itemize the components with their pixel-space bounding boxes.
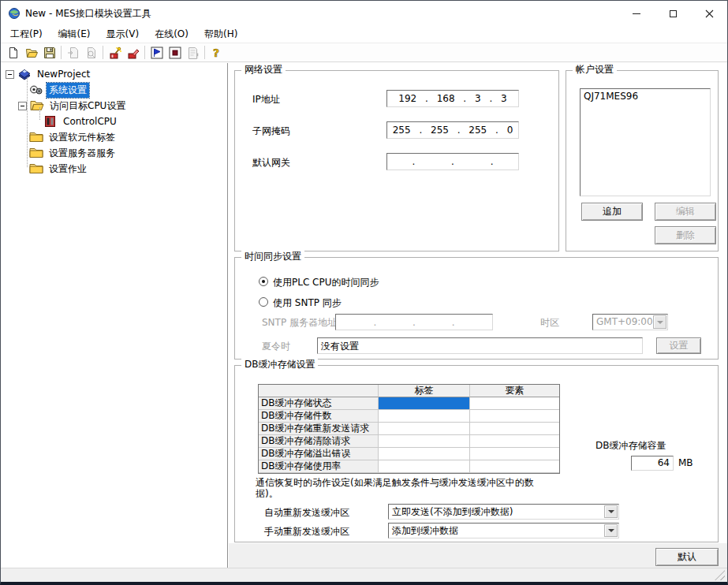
dropdown-button[interactable] xyxy=(604,505,618,518)
header-cell xyxy=(259,385,379,397)
dropdown-button[interactable] xyxy=(604,524,618,537)
table-row: DB缓冲存储状态 xyxy=(259,397,559,410)
toolbar-separator xyxy=(61,46,62,59)
element-cell[interactable] xyxy=(470,435,559,448)
new-project-button[interactable] xyxy=(4,44,22,61)
write-to-module-icon xyxy=(109,47,121,59)
folder-icon xyxy=(29,163,43,174)
account-list-item[interactable]: QJ71MES96 xyxy=(584,91,707,102)
tag-cell[interactable] xyxy=(379,423,470,435)
toolbar-separator xyxy=(144,46,145,59)
tree-item-controlcpu[interactable]: ControlCPU xyxy=(1,114,227,129)
manual-resend-dropdown[interactable]: 添加到缓冲数据 xyxy=(388,523,619,538)
timezone-dropdown[interactable]: GMT+09:00 xyxy=(592,314,668,330)
module-diagnostics-button[interactable] xyxy=(184,44,202,61)
help-button[interactable]: ? xyxy=(207,44,226,61)
tree-connector xyxy=(39,107,40,120)
group-title: DB缓冲存储设置 xyxy=(241,359,318,370)
sntp-server-field[interactable]: . . . xyxy=(335,314,493,330)
tag-cell[interactable] xyxy=(379,460,470,473)
toolbar-separator xyxy=(204,46,205,59)
tag-cell[interactable] xyxy=(379,435,470,448)
sntp-server-label: SNTP 服务器地址 xyxy=(262,316,337,330)
row-label: DB缓冲存储溢出错误 xyxy=(259,448,379,460)
tag-cell-selected[interactable] xyxy=(379,397,470,410)
plc-time-sync-radio[interactable] xyxy=(259,277,268,286)
online-start-button[interactable] xyxy=(147,44,166,61)
window-title: New - MES接口模块设置工具 xyxy=(25,7,151,20)
recovery-note-line1: 通信恢复时的动作设定(如果满足触发条件与缓冲发送缓冲区中的数 xyxy=(256,477,534,488)
dropdown-button[interactable] xyxy=(653,315,666,329)
group-title: 帐户设置 xyxy=(573,64,617,75)
online-stop-button[interactable] xyxy=(166,44,184,61)
account-edit-button[interactable]: 编辑 xyxy=(655,203,716,221)
folder-icon xyxy=(29,147,43,158)
element-cell[interactable] xyxy=(470,423,559,435)
default-gateway-field[interactable]: . . . xyxy=(386,153,519,170)
dst-set-button[interactable]: 设置 xyxy=(656,337,701,354)
menu-help[interactable]: 帮助(H) xyxy=(196,26,245,43)
online-stop-icon xyxy=(169,47,181,59)
tree-item-server-services[interactable]: 设置服务器服务 xyxy=(1,145,227,161)
ip-address-field[interactable]: 192 . 168 . 3 . 3 xyxy=(386,90,519,107)
db-capacity-field[interactable]: 64 xyxy=(631,456,674,471)
tree-item-label[interactable]: ControlCPU xyxy=(61,115,119,128)
network-settings-group: 网络设置 IP地址 192 . 168 . 3 . 3 子网掩码 255 . 2… xyxy=(234,70,559,252)
account-add-button[interactable]: 追加 xyxy=(581,203,643,221)
menu-project[interactable]: 工程(P) xyxy=(2,26,50,43)
default-button[interactable]: 默认 xyxy=(655,548,719,566)
project-icon xyxy=(17,68,32,80)
element-cell[interactable] xyxy=(470,397,559,410)
open-folder-icon xyxy=(30,100,44,111)
resize-grip-icon[interactable] xyxy=(715,570,725,580)
new-project-icon xyxy=(7,47,20,59)
element-cell[interactable] xyxy=(470,448,559,460)
sntp-sync-label: 使用 SNTP 同步 xyxy=(273,296,342,310)
titlebar[interactable]: New - MES接口模块设置工具 xyxy=(1,1,727,26)
db-capacity-unit: MB xyxy=(678,457,693,468)
write-to-module-button[interactable] xyxy=(106,44,124,61)
close-button[interactable] xyxy=(691,1,727,26)
settings-form: 网络设置 IP地址 192 . 168 . 3 . 3 子网掩码 255 . 2… xyxy=(229,63,728,543)
auto-resend-label: 自动重新发送缓冲区 xyxy=(264,506,349,520)
tag-cell[interactable] xyxy=(379,448,470,460)
menu-edit[interactable]: 编辑(E) xyxy=(50,26,99,43)
maximize-button[interactable] xyxy=(655,1,691,26)
tree-item-target-cpu[interactable]: 访问目标CPU设置 xyxy=(1,98,227,114)
erase-module-button[interactable] xyxy=(124,44,142,61)
app-icon xyxy=(8,7,21,20)
db-capacity-label: DB缓冲存储容量 xyxy=(595,439,666,453)
tree-item-device-tags[interactable]: 设置软元件标签 xyxy=(1,129,227,145)
tree-item-label[interactable]: 设置软元件标签 xyxy=(47,130,118,145)
tree-item-system-settings[interactable]: 系统设置 xyxy=(1,82,227,98)
minimize-button[interactable] xyxy=(618,1,655,26)
tree-item-label-selected[interactable]: 系统设置 xyxy=(47,83,89,98)
tree-item-label[interactable]: 访问目标CPU设置 xyxy=(47,99,128,114)
tree-item-newproject[interactable]: NewProject xyxy=(1,66,227,82)
auto-resend-dropdown[interactable]: 立即发送(不添加到缓冲数据) xyxy=(388,504,619,520)
menu-view[interactable]: 显示(V) xyxy=(99,26,147,43)
tree-item-jobs[interactable]: 设置作业 xyxy=(1,161,227,177)
menu-online[interactable]: 在线(O) xyxy=(147,26,196,43)
save-button[interactable] xyxy=(40,44,58,61)
tree-item-label[interactable]: 设置作业 xyxy=(47,162,89,177)
account-delete-button[interactable]: 删除 xyxy=(655,226,716,244)
collapse-icon[interactable] xyxy=(18,102,27,110)
copy-button[interactable] xyxy=(64,44,82,61)
element-cell[interactable] xyxy=(470,460,559,473)
tag-cell[interactable] xyxy=(379,410,470,423)
subnet-mask-field[interactable]: 255 . 255 . 255 . 0 xyxy=(386,121,519,139)
collapse-icon[interactable] xyxy=(6,70,14,79)
maximize-icon xyxy=(670,10,677,17)
account-list[interactable]: QJ71MES96 xyxy=(580,88,711,196)
sntp-sync-radio[interactable] xyxy=(259,297,268,307)
recovery-note-line2: 据)。 xyxy=(256,488,278,499)
element-cell[interactable] xyxy=(470,410,559,423)
verify-button[interactable] xyxy=(82,44,100,61)
tree-item-label[interactable]: 设置服务器服务 xyxy=(47,146,118,161)
toolbar-separator xyxy=(103,46,103,59)
dst-field[interactable]: 没有设置 xyxy=(317,337,643,354)
header-cell-element: 要素 xyxy=(470,385,559,397)
open-project-button[interactable] xyxy=(22,44,40,61)
tree-item-label[interactable]: NewProject xyxy=(35,68,92,80)
